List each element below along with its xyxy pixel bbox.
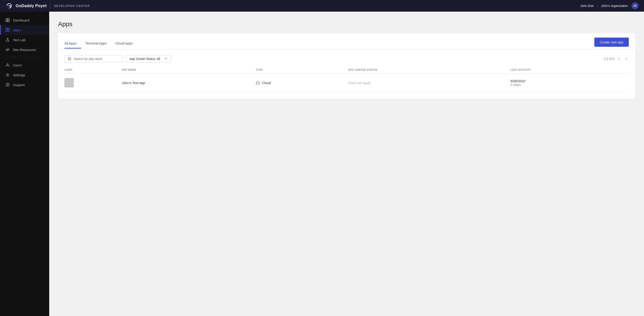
create-new-app-button[interactable]: Create new app bbox=[594, 38, 629, 47]
activity-date: 9/30/2022 bbox=[510, 79, 627, 83]
svg-point-9 bbox=[7, 74, 8, 76]
svg-rect-3 bbox=[8, 18, 10, 20]
dev-center-label: DEVELOPER CENTER bbox=[54, 4, 90, 8]
col-header-type: TYPE bbox=[254, 66, 346, 74]
logo-text: GoDaddy Poynt bbox=[16, 4, 47, 8]
type-cloud: Cloud bbox=[256, 81, 345, 85]
app-header: GoDaddy Poynt DEVELOPER CENTER John Doe … bbox=[0, 0, 644, 12]
filters-row: App Center Status: All 1-5 of 5 bbox=[58, 50, 635, 66]
sidebar-item-dev-resources[interactable]: Dev Resources bbox=[0, 45, 49, 54]
test-lab-icon bbox=[5, 38, 10, 42]
tab-terminal-apps[interactable]: Terminal Apps bbox=[81, 39, 111, 48]
header-divider2 bbox=[597, 4, 598, 8]
sidebar-item-label-dashboard: Dashboard bbox=[13, 18, 29, 22]
search-icon bbox=[68, 57, 71, 60]
tab-all-apps[interactable]: All Apps bbox=[64, 39, 81, 48]
svg-point-1 bbox=[9, 5, 10, 6]
table-area: LOGO APP NAME TYPE APP CENTER STATUS LAS… bbox=[58, 66, 635, 98]
col-header-logo: LOGO bbox=[64, 66, 120, 74]
svg-point-10 bbox=[6, 83, 10, 86]
settings-icon bbox=[5, 73, 10, 77]
tabs: All Apps Terminal Apps Cloud Apps bbox=[64, 39, 137, 48]
dev-resources-icon bbox=[5, 48, 10, 52]
col-header-activity: LAST ACTIVITY bbox=[509, 66, 629, 74]
cloud-icon bbox=[256, 81, 260, 84]
pagination-prev-button[interactable] bbox=[617, 56, 622, 61]
sidebar-item-dashboard[interactable]: Dashboard bbox=[0, 15, 49, 25]
main-layout: Dashboard Apps Test Lab bbox=[0, 12, 644, 316]
users-icon bbox=[5, 63, 10, 67]
tabs-row: All Apps Terminal Apps Cloud Apps Create… bbox=[58, 33, 635, 50]
status-filter-label: App Center Status: All bbox=[130, 57, 160, 60]
col-header-app-name: APP NAME bbox=[120, 66, 254, 74]
pagination-next-button[interactable] bbox=[624, 56, 629, 61]
main-content: Apps All Apps Terminal Apps Cloud Apps C… bbox=[49, 12, 644, 316]
app-activity-cell: 9/30/2022 1:44pm bbox=[509, 74, 629, 92]
status-filter-dropdown[interactable]: App Center Status: All bbox=[126, 55, 171, 62]
pagination-info: 1-5 of 5 bbox=[604, 56, 629, 61]
activity-time: 1:44pm bbox=[510, 83, 627, 86]
sidebar-divider bbox=[5, 57, 44, 58]
svg-point-8 bbox=[7, 64, 8, 65]
pagination-text: 1-5 of 5 bbox=[604, 57, 614, 60]
svg-rect-2 bbox=[6, 18, 8, 20]
svg-rect-6 bbox=[6, 29, 10, 31]
svg-point-7 bbox=[7, 30, 8, 31]
logo-area: GoDaddy Poynt bbox=[5, 2, 47, 10]
tab-cloud-apps[interactable]: Cloud Apps bbox=[111, 39, 137, 48]
dashboard-icon bbox=[5, 18, 10, 22]
support-icon bbox=[5, 82, 10, 87]
sidebar-item-label-devresources: Dev Resources bbox=[13, 48, 36, 52]
status-value: Does not apply bbox=[348, 81, 371, 85]
app-name-cell: John's Test App bbox=[120, 74, 254, 92]
sidebar-item-label-users: Users bbox=[13, 63, 22, 67]
header-right: John Doe John's organization JO bbox=[580, 2, 639, 10]
sidebar: Dashboard Apps Test Lab bbox=[0, 12, 49, 316]
search-input[interactable] bbox=[74, 57, 119, 60]
svg-rect-4 bbox=[6, 20, 8, 22]
app-status-cell: Does not apply bbox=[346, 74, 509, 92]
sidebar-item-label-support: Support bbox=[13, 83, 25, 87]
sidebar-item-label-testlab: Test Lab bbox=[13, 38, 26, 42]
page-title: Apps bbox=[58, 20, 635, 28]
svg-rect-5 bbox=[8, 20, 10, 22]
org-name: John's organization bbox=[601, 4, 628, 8]
sidebar-item-settings[interactable]: Settings bbox=[0, 70, 49, 80]
apps-table: LOGO APP NAME TYPE APP CENTER STATUS LAS… bbox=[64, 66, 629, 92]
app-logo-placeholder bbox=[64, 78, 74, 88]
header-left: GoDaddy Poynt DEVELOPER CENTER bbox=[5, 2, 90, 10]
godaddy-logo-icon bbox=[5, 2, 14, 10]
type-label: Cloud bbox=[262, 81, 271, 85]
app-logo-cell bbox=[64, 74, 120, 92]
app-type-cell: Cloud bbox=[254, 74, 346, 92]
search-box bbox=[64, 55, 122, 62]
header-divider bbox=[50, 3, 50, 9]
apps-icon bbox=[5, 28, 10, 32]
sidebar-item-support[interactable]: Support bbox=[0, 80, 49, 90]
user-name: John Doe bbox=[580, 4, 594, 8]
avatar[interactable]: JO bbox=[632, 2, 639, 10]
chevron-down-icon bbox=[164, 57, 168, 60]
sidebar-item-label-settings: Settings bbox=[13, 73, 25, 77]
table-row[interactable]: John's Test App Cloud Does n bbox=[64, 74, 629, 92]
sidebar-item-test-lab[interactable]: Test Lab bbox=[0, 35, 49, 45]
apps-card: All Apps Terminal Apps Cloud Apps Create… bbox=[58, 33, 635, 98]
col-header-status: APP CENTER STATUS bbox=[346, 66, 509, 74]
sidebar-item-users[interactable]: Users bbox=[0, 60, 49, 70]
sidebar-item-label-apps: Apps bbox=[13, 28, 20, 32]
sidebar-item-apps[interactable]: Apps bbox=[0, 25, 49, 35]
